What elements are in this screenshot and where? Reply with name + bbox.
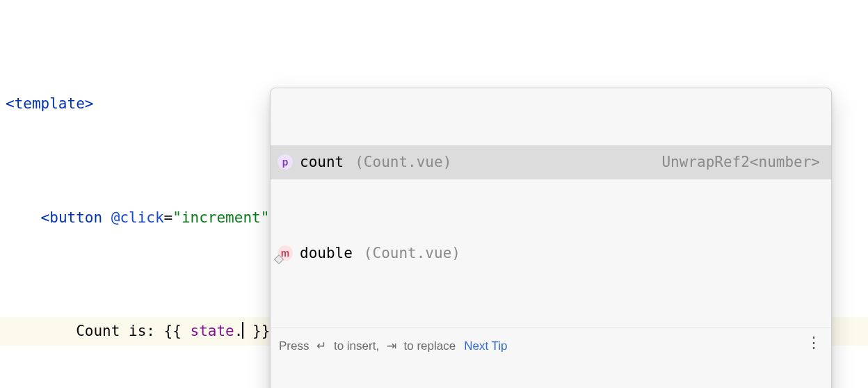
tag-template: template — [15, 95, 85, 112]
popup-footer: Press ↵ to insert, ⇥ to replace Next Tip… — [271, 328, 831, 364]
more-options-icon[interactable]: ⋮ — [806, 340, 823, 352]
next-tip-link[interactable]: Next Tip — [464, 334, 507, 357]
footer-text: to insert, — [330, 334, 383, 357]
completion-type: UnwrapRef2<number> — [661, 148, 820, 177]
tag-button: button — [49, 209, 102, 226]
attr-click: @click — [111, 209, 164, 226]
completion-name: count — [300, 148, 344, 177]
mustache-close: }} — [252, 323, 270, 339]
identifier-state: state — [191, 323, 234, 339]
code-editor[interactable]: <template> <button @click="increment"> C… — [0, 0, 868, 388]
attr-value: "increment" — [172, 209, 269, 226]
property-icon: p — [278, 154, 293, 170]
text: Count is: — [76, 323, 163, 339]
text-caret — [242, 322, 243, 339]
completion-name: double — [300, 239, 353, 268]
autocomplete-popup: p count (Count.vue) UnwrapRef2<number> m… — [270, 88, 832, 388]
completion-source: (Count.vue) — [364, 239, 460, 268]
completion-source: (Count.vue) — [355, 148, 451, 177]
method-icon: m — [278, 245, 293, 261]
mustache-open: {{ — [164, 323, 182, 339]
enter-key-icon: ↵ — [316, 334, 326, 357]
footer-text: Press — [279, 334, 312, 357]
footer-text: to replace — [401, 334, 456, 357]
tab-key-icon: ⇥ — [387, 334, 396, 357]
completion-item-count[interactable]: p count (Count.vue) UnwrapRef2<number> — [271, 145, 831, 179]
completion-item-double[interactable]: m double (Count.vue) — [271, 236, 831, 270]
